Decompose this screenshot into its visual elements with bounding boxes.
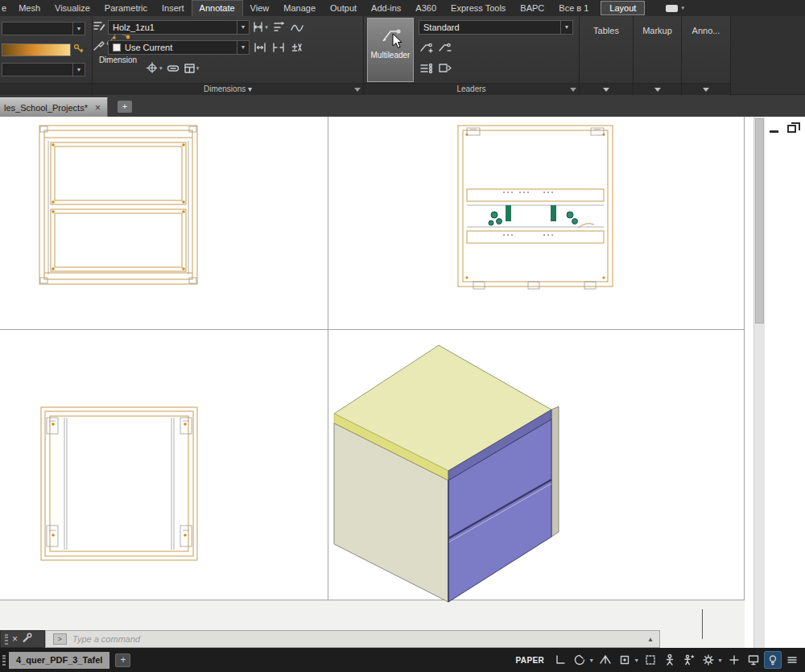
minimize-icon[interactable] [770,130,778,133]
chevron-down-icon [703,88,709,92]
isolate-objects-icon[interactable] [764,651,782,669]
tolerance-button[interactable] [289,40,305,55]
centerline-button[interactable]: ▾ [146,61,163,76]
layer-brush-icon [93,40,105,55]
menu-tab-bapc[interactable]: BAPC [513,0,551,16]
gradient-swatch [2,43,71,56]
menu-tab-annotate[interactable]: Annotate [192,0,243,16]
graphics-performance-icon[interactable] [745,651,762,669]
ribbon-panel-tables[interactable]: Tables [580,16,634,95]
dim-linear-button[interactable]: ▾ [252,20,268,35]
dim-break-button[interactable] [270,40,287,55]
chevron-down-icon: ▾ [681,5,684,11]
recent-commands-icon[interactable]: > [53,633,67,645]
menu-tab-output[interactable]: Output [323,0,364,16]
annotation-panel-expand[interactable] [682,83,730,95]
viewport-rear-elevation[interactable] [40,406,198,561]
close-icon[interactable]: × [12,634,18,644]
drag-grip-icon[interactable] [2,655,6,666]
menu-tab-manage[interactable]: Manage [276,0,323,16]
chevron-down-icon: ▾ [196,65,200,72]
vertical-scrollbar[interactable] [753,117,765,648]
leader-collect-button[interactable] [437,61,453,76]
menu-tab-addins[interactable]: Add-ins [364,0,408,16]
multileader-button-label: Multileader [371,51,411,60]
chevron-down-icon[interactable]: ▼ [634,658,639,663]
dim-adjust-space-button[interactable] [252,40,268,55]
ribbon-panel-markup[interactable]: Markup [634,16,682,95]
chevron-down-icon [603,88,609,92]
leaders-panel-label[interactable]: Leaders [364,83,579,95]
object-snap-icon[interactable] [616,651,634,669]
menu-tab-partial[interactable]: e [0,0,11,16]
ribbon-display-toggle[interactable]: ▾ [661,0,689,16]
drag-grip-icon[interactable] [5,634,8,645]
menu-tab-express-tools[interactable]: Express Tools [444,0,513,16]
autocad-window: e Mesh Visualize Parametric Insert Annot… [0,0,805,672]
paper-space-button[interactable]: PAPER [509,656,551,665]
ribbon: ▼ ▼ Dimension [0,16,805,95]
drawing-area[interactable]: × > ▲ [0,117,805,648]
ribbon-tab-bar: e Mesh Visualize Parametric Insert Annot… [0,0,805,16]
leader-align-button[interactable] [419,61,435,76]
workspace-gear-icon[interactable] [700,651,717,669]
new-tab-button[interactable]: + [118,101,132,113]
command-input[interactable] [72,634,642,644]
annotation-panel-label: Anno... [682,26,730,35]
ortho-mode-icon[interactable] [551,651,569,669]
dim-inspect-button[interactable] [165,61,181,76]
viewport-front-elevation[interactable] [39,125,198,286]
command-history-arrow-icon[interactable]: ▲ [642,636,659,643]
dim-reassociate-button[interactable] [289,20,305,35]
mleader-style-dropdown[interactable]: Standard ▼ [419,20,573,35]
chevron-down-icon[interactable]: ▼ [588,658,594,663]
panel-launcher-icon[interactable] [570,88,576,92]
customization-icon[interactable] [783,651,801,669]
dimstyle-dropdown[interactable]: Holz_1zu1 ▼ [108,20,250,35]
dim-layer-dropdown[interactable]: Use Current ▼ [108,40,250,55]
chevron-down-icon: ▼ [237,41,249,54]
add-icon[interactable] [725,651,743,669]
chevron-down-icon[interactable]: ▼ [717,658,723,663]
dim-update-button[interactable]: ▾ [184,61,200,76]
menu-tab-mesh[interactable]: Mesh [11,0,47,16]
selection-cycling-icon[interactable] [642,651,659,669]
menu-tab-parametric[interactable]: Parametric [97,0,155,16]
ribbon-panel-annotation[interactable]: Anno... [682,16,731,95]
panel-launcher-icon[interactable] [354,88,361,92]
menu-tab-view[interactable]: View [243,0,277,16]
text-height-control[interactable] [2,42,85,57]
viewport-section-detail[interactable] [457,125,613,292]
scrollbar-thumb[interactable] [755,118,764,324]
text-panel-label[interactable] [0,83,92,95]
customize-wrench-icon[interactable] [22,632,32,646]
menu-tab-a360[interactable]: A360 [408,0,444,16]
new-layout-button[interactable]: + [115,653,130,667]
leader-add-button[interactable] [419,40,435,55]
menu-tab-insert[interactable]: Insert [155,0,192,16]
annotation-visibility-icon[interactable] [661,651,679,669]
menu-tab-layout[interactable]: Layout [601,1,645,15]
command-input-area[interactable]: > ▲ [45,630,660,648]
text-secondary-dropdown[interactable]: ▼ [2,63,85,76]
tab-close-icon[interactable]: × [95,103,101,113]
chevron-down-icon [654,88,661,92]
dim-baseline-button[interactable] [270,20,287,35]
menu-tab-visualize[interactable]: Visualize [47,0,97,16]
dimensions-panel-label[interactable]: Dimensions ▾ [93,83,363,95]
file-tab-active[interactable]: les_School_Projects* × [0,97,108,117]
multileader-button[interactable]: Multileader [367,18,414,82]
dim-layer-value: Use Current [125,43,172,52]
polar-tracking-icon[interactable] [571,651,588,669]
leader-remove-button[interactable] [437,40,453,55]
markup-panel-expand[interactable] [634,83,681,95]
mleader-style-value: Standard [423,23,460,32]
tables-panel-expand[interactable] [580,83,633,95]
isometric-drafting-icon[interactable] [597,651,614,669]
restore-icon[interactable] [787,125,796,133]
text-style-dropdown[interactable]: ▼ [2,22,85,35]
annotation-autoscale-icon[interactable] [680,651,698,669]
viewport-isometric-model[interactable] [322,336,564,609]
layout-tab[interactable]: 4_quer_PDF_3_Tafel [9,652,109,669]
menu-tab-vse-v-1[interactable]: Все в 1 [551,0,596,16]
